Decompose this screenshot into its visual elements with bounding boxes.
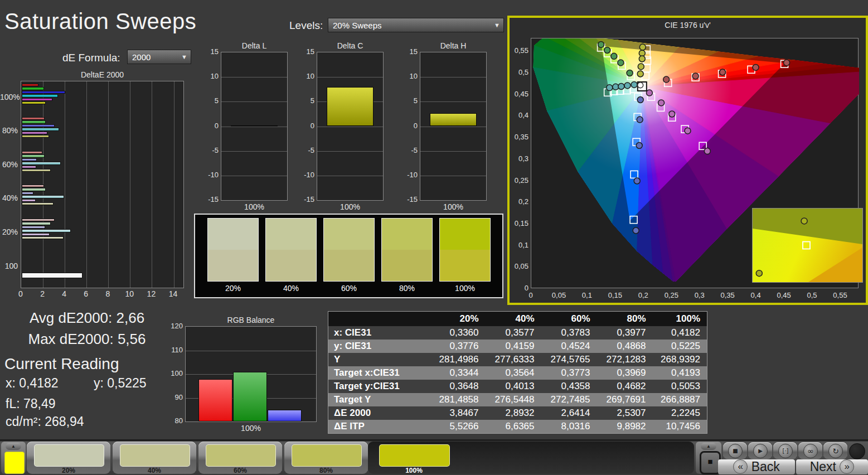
deltae-bar — [22, 222, 51, 225]
delta-chart-delta-c — [317, 52, 384, 201]
table-cell: 266,8887 — [653, 393, 707, 406]
table-cell: 0,3344 — [430, 366, 486, 380]
collapse-up-icon[interactable]: ▲ — [6, 443, 21, 450]
deltae-bar — [22, 98, 52, 101]
mini-gridline — [317, 176, 383, 176]
mini-gridline — [420, 127, 486, 127]
deltae-bar — [22, 166, 36, 168]
pattern-tile-40%[interactable]: 40% — [113, 442, 196, 474]
mini-gridline — [420, 176, 486, 176]
collapse-up-icon[interactable]: ▲ — [701, 443, 716, 450]
dropdown-arrow-icon: ▼ — [181, 50, 187, 64]
deltae-bar — [22, 151, 42, 154]
refresh-button[interactable]: ↻ — [823, 442, 847, 459]
mini-y-tick: -10 — [293, 171, 314, 179]
rgb-bar-blue — [268, 410, 302, 421]
pattern-window-tile: ▲ — [1, 442, 26, 474]
cie-measured-point-cyan — [624, 83, 631, 89]
single-measure-button-icon: [·] — [778, 444, 793, 458]
stop-button[interactable]: ■ — [723, 442, 747, 459]
deltae-bar — [22, 169, 51, 172]
table-row-label: Y — [328, 353, 430, 366]
table-row: x: CIE310,33600,35770,37830,39770,4182 — [328, 326, 707, 340]
cie-measured-point-green — [604, 47, 610, 54]
mini-gridline — [221, 101, 287, 102]
deltae-chart-title: DeltaE 2000 — [21, 70, 184, 79]
cie-x-tick: 0,1 — [576, 291, 598, 299]
de-formula-label: dE Formula: — [62, 52, 120, 64]
table-cell: 0,4159 — [486, 340, 541, 353]
pattern-tile-60%[interactable]: 60% — [198, 442, 282, 474]
mini-y-tick: 5 — [197, 96, 219, 105]
table-cell: 3,8467 — [430, 406, 486, 420]
cie-title: CIE 1976 u'v' — [510, 21, 866, 30]
table-cell: 276,5448 — [486, 393, 541, 406]
continuous-button[interactable]: ∞ — [798, 442, 822, 459]
deltae-group-label: 40% — [0, 193, 18, 202]
calibration-app-window: Saturation Sweeps dE Formula: 2000 ▼ Lev… — [0, 0, 868, 475]
mini-y-tick: -10 — [396, 171, 418, 179]
deltae-gridline — [152, 81, 152, 288]
swatch-pair — [381, 218, 433, 282]
cie-white-point-circle — [638, 83, 643, 88]
cie-diagram-panel: CIE 1976 u'v' 00,050,10,150,20,250,30,35… — [507, 16, 868, 305]
rgb-y-tick: 120 — [163, 322, 183, 330]
pattern-tile-100%-selected[interactable]: 100% — [368, 442, 694, 474]
table-cell: 0,5053 — [653, 380, 707, 393]
mini-chart-title: Delta C — [317, 41, 384, 50]
deltae-bar — [22, 117, 45, 120]
deltae-bar — [22, 94, 58, 97]
table-cell: 0,4182 — [653, 326, 707, 340]
deltae-bar — [22, 162, 61, 164]
next-button[interactable]: Next » — [796, 459, 868, 474]
table-cell: 6,6365 — [486, 420, 541, 434]
mini-gridline — [420, 77, 486, 77]
single-measure-button[interactable]: [·] — [773, 442, 797, 459]
swatch-pair — [265, 218, 317, 282]
levels-dropdown[interactable]: 20% Sweeps ▼ — [328, 18, 504, 32]
cie-x-tick: 0,5 — [801, 291, 823, 299]
table-cell: 0,5225 — [653, 340, 707, 353]
deltae-x-tick: 12 — [144, 289, 158, 298]
deltae-gridline — [174, 81, 174, 288]
deltae-x-tick: 8 — [101, 289, 114, 298]
cie-measured-point-yellow — [638, 64, 644, 70]
deltae-bar — [22, 273, 83, 278]
table-header: 60% — [541, 312, 597, 327]
table-cell: 272,7485 — [541, 393, 597, 406]
swatch-pair — [323, 218, 375, 282]
actual-swatch — [208, 219, 258, 250]
pattern-tile-label: 80% — [284, 467, 368, 474]
cie-measured-point-red — [720, 69, 726, 75]
table-cell: 0,3648 — [430, 380, 486, 393]
cie-measured-point-red — [784, 60, 790, 66]
table-row: Target Y281,4858276,5448272,7485269,7691… — [328, 393, 707, 406]
table-row-label: Target y:CIE31 — [328, 380, 430, 393]
deltae-chart — [21, 81, 184, 288]
pattern-tile-20%[interactable]: 20% — [27, 442, 110, 474]
cie-x-tick: 0,15 — [604, 291, 626, 299]
mini-y-tick: -5 — [396, 146, 418, 154]
deltae-bar — [22, 124, 55, 127]
current-reading-title: Current Reading — [4, 355, 119, 373]
de-formula-dropdown[interactable]: 2000 ▼ — [127, 50, 191, 64]
play-button[interactable]: ▶ — [748, 442, 772, 459]
cie-y-tick: 0 — [510, 284, 528, 292]
mini-y-tick: -5 — [197, 146, 219, 154]
deltae-x-tick: 0 — [14, 289, 27, 298]
table-header: 80% — [597, 312, 653, 327]
actual-swatch — [382, 219, 432, 250]
mini-y-tick: 5 — [293, 96, 314, 105]
cie-measured-point-magenta — [658, 100, 665, 106]
continuous-button-icon: ∞ — [803, 444, 818, 458]
table-cell: 281,4858 — [430, 393, 486, 406]
back-button[interactable]: « Back — [718, 459, 795, 474]
cie-measured-point-green — [618, 60, 624, 66]
status-indicator — [849, 443, 865, 459]
de-formula-value: 2000 — [132, 52, 151, 62]
deltae-bar — [22, 195, 64, 198]
deltae-bar — [22, 219, 55, 221]
deltae-x-tick: 14 — [167, 289, 180, 298]
target-swatch — [324, 250, 374, 281]
pattern-tile-80%[interactable]: 80% — [284, 442, 368, 474]
